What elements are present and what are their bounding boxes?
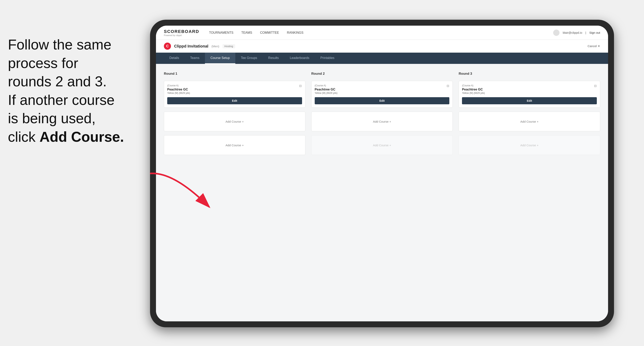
- round-1-add-course-2[interactable]: Add Course +: [164, 135, 306, 155]
- round-1-course-name: Peachtree GC: [167, 88, 302, 91]
- tab-printables[interactable]: Printables: [315, 53, 340, 64]
- round-2-edit-button[interactable]: Edit: [315, 97, 450, 104]
- round-1-delete-icon[interactable]: ⊟: [298, 83, 303, 88]
- round-3-course-tag: (Course A): [462, 84, 597, 87]
- clippd-logo: C: [164, 43, 171, 50]
- round-1-add-label-2: Add Course +: [226, 144, 244, 147]
- app-logo-sub: Powered by clippd: [164, 34, 199, 36]
- round-3-add-label-2: Add Course +: [520, 144, 538, 147]
- instruction-text: Follow the same process for rounds 2 and…: [8, 37, 124, 145]
- round-1-label: Round 1: [164, 72, 306, 76]
- tournament-name: Clippd Invitational: [174, 44, 208, 48]
- sign-out-link[interactable]: Sign out: [589, 31, 600, 34]
- round-2-delete-icon[interactable]: ⊟: [446, 83, 450, 88]
- hosting-badge: Hosting: [222, 44, 235, 48]
- round-1-course-detail: Yellow (M) (6629 yds): [167, 92, 302, 94]
- app-logo: SCOREBOARD: [164, 29, 199, 34]
- tournament-type: (Men): [212, 44, 219, 48]
- nav-rankings[interactable]: RANKINGS: [287, 30, 304, 35]
- cancel-area: Cancel ✕: [588, 44, 600, 48]
- round-2-label: Round 2: [311, 72, 453, 76]
- round-2-add-label-2: Add Course +: [373, 144, 391, 147]
- round-1-add-label-1: Add Course +: [226, 120, 244, 123]
- round-3-course-card: ⊟ (Course A) Peachtree GC Yellow (M) (66…: [458, 81, 600, 108]
- round-3-edit-button[interactable]: Edit: [462, 97, 597, 104]
- round-3-delete-icon[interactable]: ⊟: [593, 83, 598, 88]
- round-2-add-course-1[interactable]: Add Course +: [311, 112, 453, 131]
- round-1-edit-button[interactable]: Edit: [167, 97, 302, 104]
- round-3-course-name: Peachtree GC: [462, 88, 597, 91]
- round-3-label: Round 3: [458, 72, 600, 76]
- cancel-button[interactable]: Cancel ✕: [588, 44, 600, 48]
- nav-right: blair@clippd.io | Sign out: [553, 29, 600, 36]
- tablet-screen: SCOREBOARD Powered by clippd TOURNAMENTS…: [156, 26, 608, 321]
- top-navigation: SCOREBOARD Powered by clippd TOURNAMENTS…: [156, 26, 608, 40]
- tab-teams[interactable]: Teams: [184, 53, 205, 64]
- tab-bar: Details Teams Course Setup Tee Groups Re…: [156, 53, 608, 64]
- user-email: blair@clippd.io: [563, 31, 582, 34]
- logo-area: SCOREBOARD Powered by clippd: [164, 29, 199, 36]
- tab-leaderboards[interactable]: Leaderboards: [284, 53, 315, 64]
- round-2-course-detail: Yellow (M) (6629 yds): [315, 92, 450, 94]
- round-3-column: Round 3 ⊟ (Course A) Peachtree GC Yellow…: [458, 72, 600, 155]
- round-2-column: Round 2 ⊟ (Course A) Peachtree GC Yellow…: [311, 72, 453, 155]
- round-2-course-tag: (Course A): [315, 84, 450, 87]
- tab-tee-groups[interactable]: Tee Groups: [235, 53, 263, 64]
- round-2-add-label-1: Add Course +: [373, 120, 391, 123]
- tablet-device: SCOREBOARD Powered by clippd TOURNAMENTS…: [150, 20, 614, 327]
- rounds-grid: Round 1 ⊟ (Course A) Peachtree GC Yellow…: [164, 72, 600, 155]
- round-3-add-course-2: Add Course +: [458, 135, 600, 155]
- tab-details[interactable]: Details: [164, 53, 184, 64]
- nav-separator: |: [585, 31, 586, 34]
- round-1-add-course-1[interactable]: Add Course +: [164, 112, 306, 131]
- sub-header-left: C Clippd Invitational (Men) Hosting: [164, 43, 235, 50]
- tab-course-setup[interactable]: Course Setup: [205, 53, 235, 64]
- add-course-bold: Add Course.: [40, 129, 124, 145]
- tab-results[interactable]: Results: [263, 53, 284, 64]
- nav-links: TOURNAMENTS TEAMS COMMITTEE RANKINGS: [209, 30, 554, 35]
- nav-tournaments[interactable]: TOURNAMENTS: [209, 30, 233, 35]
- round-3-add-label-1: Add Course +: [520, 120, 538, 123]
- round-1-column: Round 1 ⊟ (Course A) Peachtree GC Yellow…: [164, 72, 306, 155]
- sub-header: C Clippd Invitational (Men) Hosting Canc…: [156, 40, 608, 53]
- nav-teams[interactable]: TEAMS: [241, 30, 252, 35]
- round-1-course-card: ⊟ (Course A) Peachtree GC Yellow (M) (66…: [164, 81, 306, 108]
- nav-committee[interactable]: COMMITTEE: [260, 30, 279, 35]
- round-2-add-course-2: Add Course +: [311, 135, 453, 155]
- instruction-panel: Follow the same process for rounds 2 and…: [0, 28, 138, 154]
- round-2-course-name: Peachtree GC: [315, 88, 450, 91]
- round-2-course-card: ⊟ (Course A) Peachtree GC Yellow (M) (66…: [311, 81, 453, 108]
- main-content: Round 1 ⊟ (Course A) Peachtree GC Yellow…: [156, 64, 608, 321]
- round-3-course-detail: Yellow (M) (6629 yds): [462, 92, 597, 94]
- round-1-course-tag: (Course A): [167, 84, 302, 87]
- round-3-add-course-1[interactable]: Add Course +: [458, 112, 600, 131]
- user-avatar: [553, 29, 560, 36]
